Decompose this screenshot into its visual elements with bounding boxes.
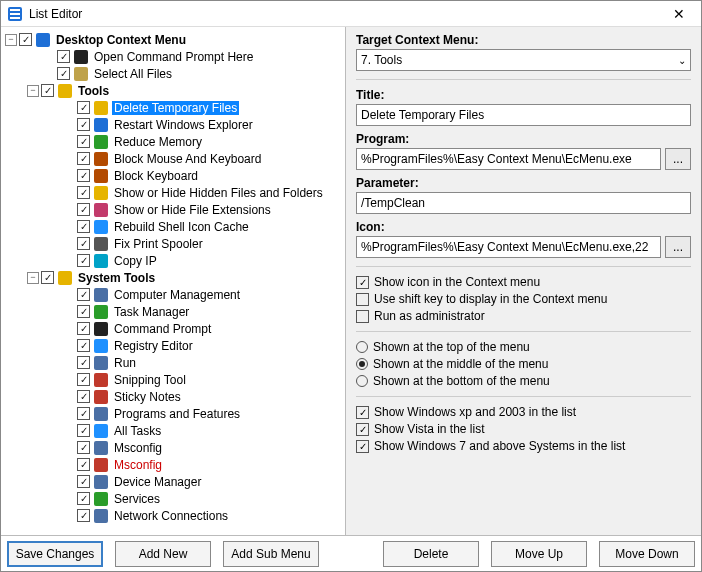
- tree-item[interactable]: Command Prompt: [3, 320, 343, 337]
- tree-item[interactable]: Block Keyboard: [3, 167, 343, 184]
- tree-item[interactable]: Restart Windows Explorer: [3, 116, 343, 133]
- tree-group[interactable]: −Tools: [3, 82, 343, 99]
- program-browse-button[interactable]: ...: [665, 148, 691, 170]
- program-input[interactable]: [356, 148, 661, 170]
- tree-checkbox[interactable]: [41, 271, 54, 284]
- title-input[interactable]: [356, 104, 691, 126]
- tree-checkbox[interactable]: [77, 407, 90, 420]
- tree-checkbox[interactable]: [77, 441, 90, 454]
- option-row: Shown at the bottom of the menu: [356, 374, 691, 388]
- tree-checkbox[interactable]: [77, 288, 90, 301]
- tree-item[interactable]: Services: [3, 490, 343, 507]
- tree-checkbox[interactable]: [57, 50, 70, 63]
- tree-item[interactable]: Msconfig: [3, 456, 343, 473]
- tree-checkbox[interactable]: [77, 203, 90, 216]
- tree-checkbox[interactable]: [77, 390, 90, 403]
- option-label: Show icon in the Context menu: [374, 275, 540, 289]
- tree-checkbox[interactable]: [19, 33, 32, 46]
- tree-checkbox[interactable]: [77, 322, 90, 335]
- save-button[interactable]: Save Changes: [7, 541, 103, 567]
- tree-item[interactable]: −Desktop Context Menu: [3, 31, 343, 48]
- tree-checkbox[interactable]: [41, 84, 54, 97]
- checkbox[interactable]: [356, 293, 369, 306]
- add-new-button[interactable]: Add New: [115, 541, 211, 567]
- parameter-input[interactable]: [356, 192, 691, 214]
- tree-item[interactable]: Fix Print Spooler: [3, 235, 343, 252]
- icon-browse-button[interactable]: ...: [665, 236, 691, 258]
- radio-button[interactable]: [356, 375, 368, 387]
- tree-item[interactable]: Programs and Features: [3, 405, 343, 422]
- tree-item[interactable]: Open Command Prompt Here: [3, 48, 343, 65]
- tree-item[interactable]: Select All Files: [3, 65, 343, 82]
- tree-item[interactable]: Copy IP: [3, 252, 343, 269]
- checkbox[interactable]: [356, 423, 369, 436]
- tree-checkbox[interactable]: [77, 152, 90, 165]
- checkbox[interactable]: [356, 406, 369, 419]
- tree-label: Desktop Context Menu: [54, 33, 188, 47]
- tree-checkbox[interactable]: [77, 492, 90, 505]
- move-down-button[interactable]: Move Down: [599, 541, 695, 567]
- tree-label: Delete Temporary Files: [112, 101, 239, 115]
- tree-checkbox[interactable]: [77, 135, 90, 148]
- keyboard-icon: [93, 168, 109, 184]
- tree-checkbox[interactable]: [57, 67, 70, 80]
- collapse-toggle[interactable]: −: [27, 85, 39, 97]
- delete-button[interactable]: Delete: [383, 541, 479, 567]
- target-combo[interactable]: 7. Tools ⌄: [356, 49, 691, 71]
- svc-icon: [93, 491, 109, 507]
- tree-item[interactable]: All Tasks: [3, 422, 343, 439]
- tree-item[interactable]: Network Connections: [3, 507, 343, 524]
- tree-item[interactable]: Registry Editor: [3, 337, 343, 354]
- tree-item[interactable]: Task Manager: [3, 303, 343, 320]
- tree-label: Block Mouse And Keyboard: [112, 152, 263, 166]
- radio-button[interactable]: [356, 341, 368, 353]
- tree-label: Services: [112, 492, 162, 506]
- tree-item[interactable]: Block Mouse And Keyboard: [3, 150, 343, 167]
- cfg-red-icon: [93, 457, 109, 473]
- tree-checkbox[interactable]: [77, 118, 90, 131]
- tree-item[interactable]: Snipping Tool: [3, 371, 343, 388]
- tree-item[interactable]: Device Manager: [3, 473, 343, 490]
- tree-checkbox[interactable]: [77, 475, 90, 488]
- tree-label: Run: [112, 356, 138, 370]
- tree-item[interactable]: Msconfig: [3, 439, 343, 456]
- tree-item[interactable]: Show or Hide Hidden Files and Folders: [3, 184, 343, 201]
- tree-item[interactable]: Computer Management: [3, 286, 343, 303]
- tree-checkbox[interactable]: [77, 509, 90, 522]
- tree-item[interactable]: Delete Temporary Files: [3, 99, 343, 116]
- tree-item[interactable]: Reduce Memory: [3, 133, 343, 150]
- collapse-toggle[interactable]: −: [27, 272, 39, 284]
- net-icon: [93, 508, 109, 524]
- move-up-button[interactable]: Move Up: [491, 541, 587, 567]
- tree-checkbox[interactable]: [77, 101, 90, 114]
- checkbox[interactable]: [356, 276, 369, 289]
- collapse-toggle[interactable]: −: [5, 34, 17, 46]
- tree-checkbox[interactable]: [77, 237, 90, 250]
- tree-checkbox[interactable]: [77, 169, 90, 182]
- checkbox[interactable]: [356, 440, 369, 453]
- mgmt-icon: [93, 287, 109, 303]
- tree-checkbox[interactable]: [77, 373, 90, 386]
- tree-item[interactable]: Show or Hide File Extensions: [3, 201, 343, 218]
- tree-view[interactable]: −Desktop Context MenuOpen Command Prompt…: [1, 27, 346, 535]
- tree-item[interactable]: Rebuild Shell Icon Cache: [3, 218, 343, 235]
- tree-checkbox[interactable]: [77, 424, 90, 437]
- checkbox[interactable]: [356, 310, 369, 323]
- icon-input[interactable]: [356, 236, 661, 258]
- tree-checkbox[interactable]: [77, 356, 90, 369]
- properties-panel: Target Context Menu: 7. Tools ⌄ Title: P…: [346, 27, 701, 535]
- tree-item[interactable]: Sticky Notes: [3, 388, 343, 405]
- radio-button[interactable]: [356, 358, 368, 370]
- tree-checkbox[interactable]: [77, 305, 90, 318]
- tree-checkbox[interactable]: [77, 458, 90, 471]
- tree-group[interactable]: −System Tools: [3, 269, 343, 286]
- tree-checkbox[interactable]: [77, 254, 90, 267]
- close-button[interactable]: ✕: [663, 6, 695, 22]
- tree-label: Msconfig: [112, 441, 164, 455]
- tree-item[interactable]: Run: [3, 354, 343, 371]
- window-title: List Editor: [29, 7, 663, 21]
- tree-checkbox[interactable]: [77, 220, 90, 233]
- tree-checkbox[interactable]: [77, 186, 90, 199]
- add-sub-menu-button[interactable]: Add Sub Menu: [223, 541, 319, 567]
- tree-checkbox[interactable]: [77, 339, 90, 352]
